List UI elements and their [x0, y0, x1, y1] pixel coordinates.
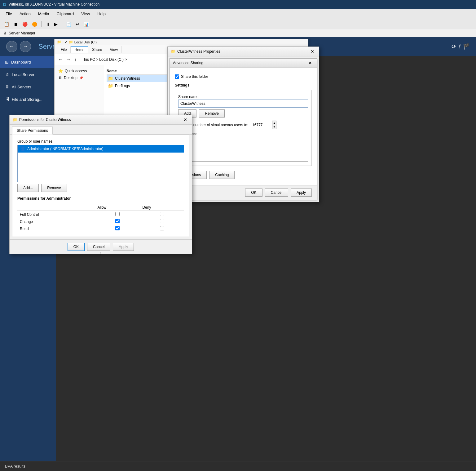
perm-row-read-allow-cell	[95, 225, 140, 232]
perm-cancel-btn[interactable]: Cancel	[87, 243, 110, 251]
toolbar-settings[interactable]: 📊	[82, 21, 90, 28]
fe-up-btn[interactable]: ↑	[73, 56, 78, 63]
sidebar-item-dashboard[interactable]: ⊞ Dashboard	[0, 56, 56, 68]
share-name-input[interactable]	[178, 100, 308, 108]
sm-forward-button[interactable]: →	[20, 41, 31, 52]
perm-actions: Add... Remove	[17, 182, 184, 194]
perm-add-btn[interactable]: Add...	[17, 184, 39, 192]
fe-tab-view[interactable]: View	[106, 46, 122, 53]
fe-tab-file[interactable]: File	[57, 46, 71, 53]
spinner-up-btn[interactable]: ▲	[272, 121, 276, 125]
quick-access-label: Quick access	[65, 69, 87, 73]
remove-share-btn[interactable]: Remove	[199, 109, 225, 118]
share-folder-row: Share this folder	[175, 72, 312, 81]
sidebar-label-dashboard: Dashboard	[11, 60, 31, 64]
fe-file-name-clusterwitness: ClusterWitness	[115, 76, 140, 81]
permissions-close-btn[interactable]: ✕	[182, 117, 189, 122]
adv-apply-btn[interactable]: Apply	[291, 189, 312, 197]
adv-sharing-title-text: Advanced Sharing	[173, 61, 203, 65]
toolbar-reset[interactable]: 🔴	[21, 21, 29, 28]
dashboard-icon: ⊞	[5, 60, 9, 64]
permissions-tab-strip: Share Permissions	[10, 125, 192, 135]
perm-full-allow-checkbox[interactable]	[115, 212, 120, 216]
spinner-arrows: ▲ ▼	[272, 121, 276, 129]
perm-row-full-deny-cell	[140, 211, 184, 218]
sidebar-label-local-server: Local Server	[12, 72, 34, 77]
toolbar-undo[interactable]: ↩	[74, 21, 81, 28]
menu-action[interactable]: Action	[16, 10, 34, 17]
sm-header-icons: ⟳ ⅈ 🏴	[452, 43, 470, 50]
all-servers-icon: 🖥	[5, 84, 9, 89]
sidebar-item-local-server[interactable]: 🖥 Local Server	[0, 68, 56, 81]
menu-help[interactable]: Help	[94, 10, 109, 17]
fe-tab-home[interactable]: Home	[71, 46, 88, 53]
permissions-title-container: 📁 Permissions for ClusterWitness	[13, 118, 71, 122]
perm-read-allow-checkbox[interactable]	[115, 226, 120, 230]
sm-back-button[interactable]: ←	[6, 41, 17, 52]
adv-sharing-close-btn[interactable]: ✕	[307, 60, 314, 66]
permissions-dialog: 📁 Permissions for ClusterWitness ✕ Share…	[9, 115, 192, 254]
sm-flag-icon[interactable]: 🏴	[463, 43, 470, 50]
adv-ok-btn[interactable]: OK	[245, 189, 262, 197]
adv-cancel-btn[interactable]: Cancel	[265, 189, 288, 197]
title-text: Witness1 on XEONNUC2 - Virtual Machine C…	[9, 2, 99, 7]
sidebar-item-file-storage[interactable]: 🗄 File and Storag...	[0, 93, 56, 105]
menu-file[interactable]: File	[2, 10, 15, 17]
fe-forward-btn[interactable]: →	[65, 56, 72, 63]
toolbar: 📋 ⏹ 🔴 🟠 ⏸ ▶ 📄 ↩ 📊	[0, 19, 476, 29]
perm-apply-btn[interactable]: Apply	[113, 243, 134, 251]
spinner-down-btn[interactable]: ▼	[272, 125, 276, 129]
perm-read-deny-checkbox[interactable]	[160, 226, 164, 230]
toolbar-pause[interactable]: ⏸	[44, 21, 51, 28]
limit-value-input[interactable]	[251, 121, 272, 129]
taskbar-sm[interactable]: 🖥 Server Manager	[0, 29, 476, 37]
sidebar-item-all-servers[interactable]: 🖥 All Servers	[0, 81, 56, 93]
perm-change-deny-checkbox[interactable]	[160, 219, 164, 223]
properties-title-container: 📁 ClusterWitness Properties	[171, 49, 220, 54]
menu-media[interactable]: Media	[35, 10, 52, 17]
fe-quick-access[interactable]: ⭐ Quick access	[55, 68, 104, 74]
toolbar-stop[interactable]: ⏹	[12, 21, 20, 28]
toolbar-clipboard[interactable]: 📋	[2, 21, 11, 28]
perm-change-allow-checkbox[interactable]	[115, 219, 120, 223]
fe-back-btn[interactable]: ←	[57, 56, 64, 63]
fe-name-column: Name	[107, 69, 117, 73]
comments-label: Comments:	[178, 131, 308, 137]
perm-remove-btn[interactable]: Remove	[41, 184, 67, 192]
perm-ok-btn[interactable]: OK	[68, 243, 85, 251]
perm-col-name	[17, 204, 95, 211]
permissions-title-text: Permissions for ClusterWitness	[19, 118, 71, 122]
user-icon: 👤	[20, 146, 25, 151]
bpa-results-bar: BPA results	[0, 461, 476, 471]
permissions-folder-icon: 📁	[13, 118, 17, 122]
properties-close-btn[interactable]: ✕	[309, 49, 316, 54]
folder-icon-perflogs: 📁	[108, 83, 113, 88]
menu-view[interactable]: View	[78, 10, 93, 17]
user-list-item-admin[interactable]: 👤 Administrator (INFORMATIKER\Administra…	[18, 145, 184, 153]
vm-icon: 🖥	[2, 2, 7, 7]
toolbar-power[interactable]: 🟠	[30, 21, 39, 28]
perm-full-deny-checkbox[interactable]	[160, 212, 164, 216]
settings-box: Share name: Add Remove Limit the number …	[175, 90, 312, 166]
tab-share-permissions[interactable]: Share Permissions	[12, 127, 53, 135]
menu-bar: File Action Media Clipboard View Help	[0, 9, 476, 19]
caching-btn[interactable]: Caching	[209, 171, 235, 179]
permissions-footer: OK Cancel Apply ↑	[10, 239, 192, 254]
bpa-results-label: BPA results	[5, 464, 25, 469]
file-storage-icon: 🗄	[5, 97, 9, 102]
menu-clipboard[interactable]: Clipboard	[54, 10, 77, 17]
taskbar-sm-icon: 🖥	[3, 31, 7, 35]
fe-desktop[interactable]: 🖥 Desktop 📌	[55, 74, 104, 81]
toolbar-copy[interactable]: 📄	[64, 21, 73, 28]
sidebar-label-file-storage: File and Storag...	[12, 97, 42, 102]
sm-info-icon[interactable]: ⅈ	[459, 43, 461, 50]
share-folder-checkbox[interactable]	[175, 74, 179, 79]
folder-icon-clusterwitness: 📁	[108, 76, 113, 81]
permissions-titlebar: 📁 Permissions for ClusterWitness ✕	[10, 115, 192, 125]
toolbar-play[interactable]: ▶	[53, 21, 59, 28]
comments-textarea[interactable]	[178, 137, 308, 162]
pin-icon: 📌	[79, 76, 83, 80]
fe-tab-share[interactable]: Share	[88, 46, 106, 53]
sm-refresh-icon[interactable]: ⟳	[452, 43, 456, 50]
server-manager: ← → Server Manager ▶ Dashboard ⟳ ⅈ 🏴 ⊞ D…	[0, 37, 476, 471]
